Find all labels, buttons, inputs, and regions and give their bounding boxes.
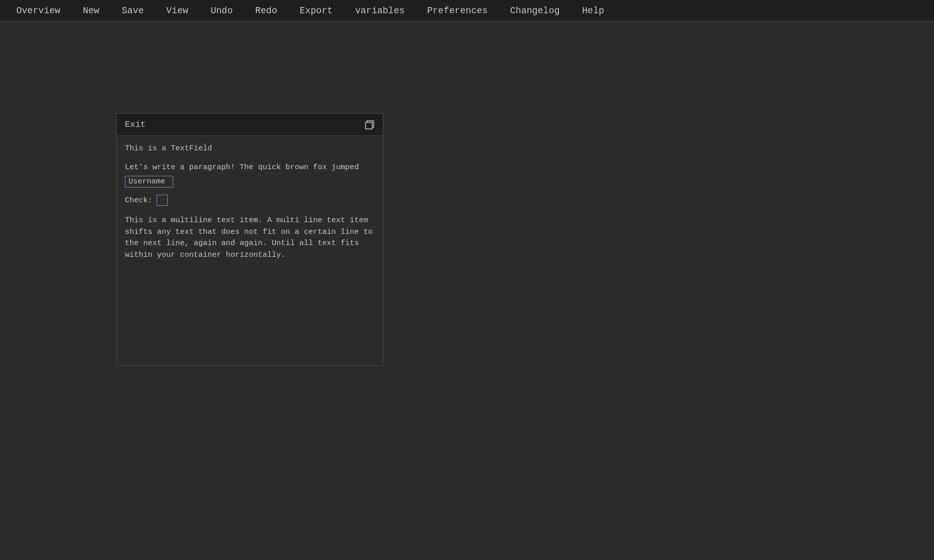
menu-item-save[interactable]: Save — [111, 0, 155, 21]
menu-item-new[interactable]: New — [71, 0, 110, 21]
menu-item-overview[interactable]: Overview — [5, 0, 71, 21]
dialog-content: This is a TextField Let's write a paragr… — [117, 136, 383, 365]
menu-item-view[interactable]: View — [155, 0, 199, 21]
menu-item-export[interactable]: Export — [289, 0, 344, 21]
paragraph-text: Let's write a paragraph! The quick brown… — [125, 163, 375, 172]
dialog-title: Exit — [125, 120, 146, 129]
menu-item-help[interactable]: Help — [571, 0, 615, 21]
check-label: Check: — [125, 196, 152, 205]
multiline-text: This is a multiline text item. A multi l… — [125, 215, 375, 261]
check-row: Check: — [125, 195, 375, 206]
menu-item-redo[interactable]: Redo — [244, 0, 288, 21]
textfield-label: This is a TextField — [125, 144, 375, 153]
main-area: Exit This is a TextField Let's write a p… — [0, 21, 934, 560]
restore-icon[interactable] — [365, 120, 375, 130]
menu-item-preferences[interactable]: Preferences — [416, 0, 499, 21]
check-checkbox[interactable] — [157, 195, 168, 206]
svg-rect-1 — [366, 122, 372, 129]
dialog-titlebar: Exit — [117, 114, 383, 136]
menu-item-undo[interactable]: Undo — [199, 0, 244, 21]
dialog-panel: Exit This is a TextField Let's write a p… — [116, 113, 383, 366]
menu-item-variables[interactable]: variables — [344, 0, 416, 21]
username-input[interactable] — [125, 176, 173, 188]
menubar: Overview New Save View Undo Redo Export … — [0, 0, 934, 21]
menu-item-changelog[interactable]: Changelog — [499, 0, 571, 21]
